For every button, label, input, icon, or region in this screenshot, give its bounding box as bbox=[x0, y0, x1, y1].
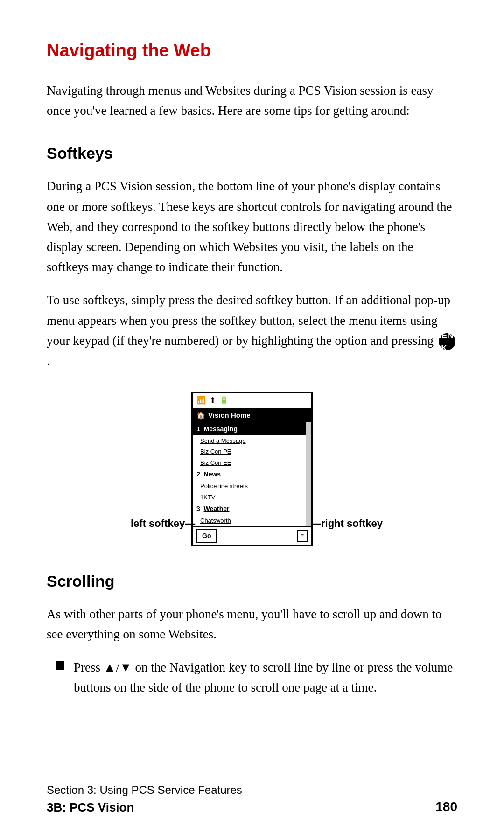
vision-home-label: Vision Home bbox=[208, 410, 251, 421]
page-footer: Section 3: Using PCS Service Features 3B… bbox=[47, 774, 457, 817]
home-icon: 🏠 bbox=[196, 410, 205, 421]
menu-weather: 3 Weather bbox=[193, 503, 306, 515]
scroll-thumb bbox=[306, 408, 311, 422]
data-icon: ⬆ bbox=[210, 395, 216, 406]
signal-icon: 📶 ⬆ 🔋 bbox=[196, 395, 229, 406]
footer-page-number: 180 bbox=[435, 797, 457, 817]
menu-area: 🏠 Vision Home 1 Messaging Send a Message… bbox=[193, 408, 311, 526]
phone-status-bar: 📶 ⬆ 🔋 bbox=[193, 393, 311, 408]
phone-screen: 📶 ⬆ 🔋 🏠 Vision Home bbox=[191, 392, 313, 546]
softkey-go-button: Go bbox=[196, 529, 217, 543]
softkeys-para2-text: To use softkeys, simply press the desire… bbox=[47, 293, 450, 347]
softkeys-heading: Softkeys bbox=[47, 141, 457, 165]
messaging-label: Messaging bbox=[204, 425, 238, 433]
menu-news: 2 News bbox=[193, 468, 306, 481]
phone-mockup: 📶 ⬆ 🔋 🏠 Vision Home bbox=[191, 392, 313, 546]
scrolling-heading: Scrolling bbox=[47, 569, 457, 593]
messaging-number: 1 bbox=[196, 425, 200, 433]
right-softkey-label: —right softkey bbox=[311, 516, 383, 531]
menu-vision-home: 🏠 Vision Home bbox=[193, 408, 306, 423]
menu-ok-badge: MENUOK bbox=[439, 333, 455, 350]
menu-chatsworth: Chatsworth bbox=[193, 515, 306, 526]
menu-1ktv: 1KTV bbox=[193, 492, 306, 503]
page-title: Navigating the Web bbox=[47, 37, 457, 64]
battery-icon: 🔋 bbox=[219, 395, 229, 406]
news-label: News bbox=[204, 470, 221, 478]
weather-label: Weather bbox=[204, 505, 230, 512]
menu-police-line: Police line streets bbox=[193, 481, 306, 492]
softkeys-para1: During a PCS Vision session, the bottom … bbox=[47, 176, 457, 277]
scrolling-section: Scrolling As with other parts of your ph… bbox=[47, 569, 457, 698]
scrolling-para1: As with other parts of your phone's menu… bbox=[47, 604, 457, 644]
menu-content: 🏠 Vision Home 1 Messaging Send a Message… bbox=[193, 408, 306, 526]
footer-left: Section 3: Using PCS Service Features 3B… bbox=[47, 782, 242, 817]
menu-biz-con-pe: Biz Con PE bbox=[193, 446, 306, 457]
left-softkey-label: left softkey— bbox=[131, 516, 195, 531]
softkey-menu-icon: ≡ bbox=[297, 530, 308, 542]
bullet-item-1: Press ▲/▼ on the Navigation key to scrol… bbox=[56, 658, 457, 698]
bullet-list: Press ▲/▼ on the Navigation key to scrol… bbox=[56, 658, 457, 698]
footer-section-sub: 3B: PCS Vision bbox=[47, 798, 242, 817]
menu-send-message: Send a Message bbox=[193, 435, 306, 447]
scroll-indicator bbox=[306, 408, 311, 526]
news-number: 2 bbox=[196, 470, 200, 478]
page-container: Navigating the Web Navigating through me… bbox=[0, 0, 504, 735]
bullet-square-icon bbox=[56, 661, 64, 670]
softkeys-para2: To use softkeys, simply press the desire… bbox=[47, 290, 457, 371]
menu-biz-con-ee: Biz Con EE bbox=[193, 457, 306, 469]
weather-number: 3 bbox=[196, 505, 200, 512]
phone-softkey-bar: Go ≡ bbox=[193, 526, 311, 545]
signal-bars: 📶 bbox=[196, 395, 206, 406]
intro-paragraph: Navigating through menus and Websites du… bbox=[47, 81, 457, 121]
footer-section-label: Section 3: Using PCS Service Features bbox=[47, 782, 242, 798]
menu-messaging: 1 Messaging bbox=[193, 423, 306, 435]
phone-diagram: 📶 ⬆ 🔋 🏠 Vision Home bbox=[47, 392, 457, 546]
bullet-text-1: Press ▲/▼ on the Navigation key to scrol… bbox=[74, 658, 457, 698]
